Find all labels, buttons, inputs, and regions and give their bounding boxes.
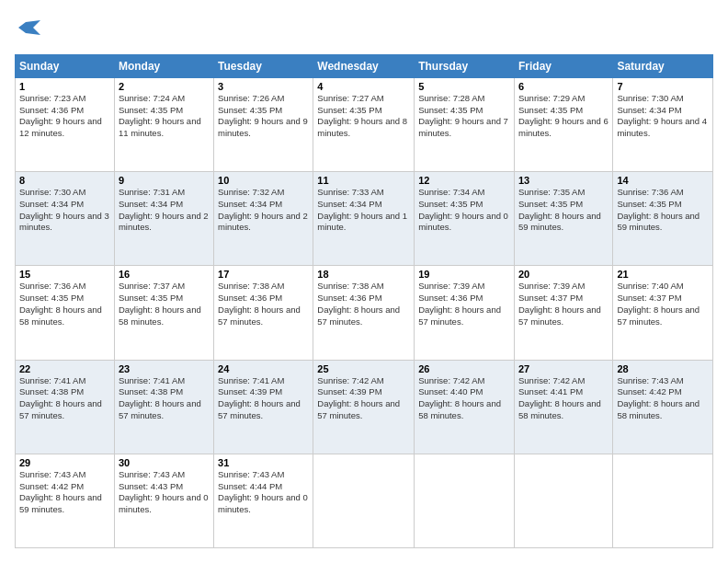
- calendar-cell: 15 Sunrise: 7:36 AM Sunset: 4:35 PM Dayl…: [16, 266, 115, 360]
- day-info: Sunrise: 7:35 AM Sunset: 4:35 PM Dayligh…: [518, 187, 609, 234]
- day-of-week-thursday: Thursday: [415, 54, 515, 77]
- calendar-cell: 30 Sunrise: 7:43 AM Sunset: 4:43 PM Dayl…: [114, 454, 213, 547]
- calendar-cell: 25 Sunrise: 7:42 AM Sunset: 4:39 PM Dayl…: [313, 360, 415, 454]
- calendar-cell: 14 Sunrise: 7:36 AM Sunset: 4:35 PM Dayl…: [613, 172, 713, 266]
- day-number: 7: [617, 81, 709, 92]
- calendar-cell: 1 Sunrise: 7:23 AM Sunset: 4:36 PM Dayli…: [16, 77, 115, 171]
- calendar-cell: 31 Sunrise: 7:43 AM Sunset: 4:44 PM Dayl…: [214, 454, 313, 547]
- day-info: Sunrise: 7:41 AM Sunset: 4:38 PM Dayligh…: [119, 375, 210, 422]
- calendar-cell: 20 Sunrise: 7:39 AM Sunset: 4:37 PM Dayl…: [514, 266, 612, 360]
- day-number: 20: [518, 269, 609, 280]
- calendar-cell: 24 Sunrise: 7:41 AM Sunset: 4:39 PM Dayl…: [214, 360, 313, 454]
- calendar-cell: [415, 454, 515, 547]
- calendar-cell: 10 Sunrise: 7:32 AM Sunset: 4:34 PM Dayl…: [214, 172, 313, 266]
- calendar-cell: 17 Sunrise: 7:38 AM Sunset: 4:36 PM Dayl…: [214, 266, 313, 360]
- day-info: Sunrise: 7:28 AM Sunset: 4:35 PM Dayligh…: [418, 93, 510, 140]
- day-number: 23: [119, 363, 210, 374]
- day-number: 15: [19, 269, 110, 280]
- day-number: 14: [617, 175, 709, 186]
- day-info: Sunrise: 7:41 AM Sunset: 4:39 PM Dayligh…: [218, 375, 309, 422]
- day-number: 3: [218, 81, 309, 92]
- day-info: Sunrise: 7:38 AM Sunset: 4:36 PM Dayligh…: [317, 281, 410, 327]
- day-info: Sunrise: 7:42 AM Sunset: 4:40 PM Dayligh…: [418, 375, 510, 422]
- day-number: 11: [317, 175, 410, 186]
- day-number: 27: [518, 363, 609, 374]
- day-number: 22: [19, 363, 110, 374]
- day-info: Sunrise: 7:34 AM Sunset: 4:35 PM Dayligh…: [418, 187, 510, 234]
- calendar-cell: 6 Sunrise: 7:29 AM Sunset: 4:35 PM Dayli…: [514, 77, 612, 171]
- day-info: Sunrise: 7:37 AM Sunset: 4:35 PM Dayligh…: [119, 281, 210, 327]
- day-info: Sunrise: 7:43 AM Sunset: 4:42 PM Dayligh…: [617, 375, 709, 422]
- calendar-cell: 29 Sunrise: 7:43 AM Sunset: 4:42 PM Dayl…: [16, 454, 115, 547]
- day-info: Sunrise: 7:29 AM Sunset: 4:35 PM Dayligh…: [518, 93, 609, 140]
- calendar-cell: 27 Sunrise: 7:42 AM Sunset: 4:41 PM Dayl…: [514, 360, 612, 454]
- calendar-cell: [514, 454, 612, 547]
- day-info: Sunrise: 7:26 AM Sunset: 4:35 PM Dayligh…: [218, 93, 309, 140]
- day-of-week-friday: Friday: [514, 54, 612, 77]
- calendar-week-row: 29 Sunrise: 7:43 AM Sunset: 4:42 PM Dayl…: [16, 454, 713, 547]
- day-info: Sunrise: 7:24 AM Sunset: 4:35 PM Dayligh…: [119, 93, 210, 140]
- day-number: 30: [119, 457, 210, 468]
- day-number: 1: [19, 81, 110, 92]
- calendar-cell: 11 Sunrise: 7:33 AM Sunset: 4:34 PM Dayl…: [313, 172, 415, 266]
- day-info: Sunrise: 7:38 AM Sunset: 4:36 PM Dayligh…: [218, 281, 309, 327]
- calendar-cell: 22 Sunrise: 7:41 AM Sunset: 4:38 PM Dayl…: [16, 360, 115, 454]
- calendar-cell: 7 Sunrise: 7:30 AM Sunset: 4:34 PM Dayli…: [613, 77, 713, 171]
- calendar-cell: 5 Sunrise: 7:28 AM Sunset: 4:35 PM Dayli…: [415, 77, 515, 171]
- day-number: 25: [317, 363, 410, 374]
- calendar-cell: 3 Sunrise: 7:26 AM Sunset: 4:35 PM Dayli…: [214, 77, 313, 171]
- calendar-cell: [313, 454, 415, 547]
- day-info: Sunrise: 7:39 AM Sunset: 4:36 PM Dayligh…: [418, 281, 510, 327]
- day-number: 5: [418, 81, 510, 92]
- calendar-cell: 8 Sunrise: 7:30 AM Sunset: 4:34 PM Dayli…: [16, 172, 115, 266]
- day-info: Sunrise: 7:36 AM Sunset: 4:35 PM Dayligh…: [617, 187, 709, 234]
- calendar-cell: 19 Sunrise: 7:39 AM Sunset: 4:36 PM Dayl…: [415, 266, 515, 360]
- day-info: Sunrise: 7:23 AM Sunset: 4:36 PM Dayligh…: [19, 93, 110, 140]
- calendar-week-row: 1 Sunrise: 7:23 AM Sunset: 4:36 PM Dayli…: [16, 77, 713, 171]
- calendar-table: SundayMondayTuesdayWednesdayThursdayFrid…: [15, 54, 713, 548]
- calendar-cell: 28 Sunrise: 7:43 AM Sunset: 4:42 PM Dayl…: [613, 360, 713, 454]
- day-of-week-sunday: Sunday: [16, 54, 115, 77]
- day-info: Sunrise: 7:31 AM Sunset: 4:34 PM Dayligh…: [119, 187, 210, 234]
- calendar-cell: 13 Sunrise: 7:35 AM Sunset: 4:35 PM Dayl…: [514, 172, 612, 266]
- calendar-cell: [613, 454, 713, 547]
- logo-bird-icon: [17, 15, 42, 40]
- day-number: 6: [518, 81, 609, 92]
- calendar-week-row: 8 Sunrise: 7:30 AM Sunset: 4:34 PM Dayli…: [16, 172, 713, 266]
- day-info: Sunrise: 7:43 AM Sunset: 4:44 PM Dayligh…: [218, 469, 309, 516]
- day-number: 9: [119, 175, 210, 186]
- page-header: [15, 15, 713, 45]
- day-info: Sunrise: 7:41 AM Sunset: 4:38 PM Dayligh…: [19, 375, 110, 422]
- day-info: Sunrise: 7:40 AM Sunset: 4:37 PM Dayligh…: [617, 281, 709, 327]
- day-number: 28: [617, 363, 709, 374]
- day-of-week-monday: Monday: [114, 54, 213, 77]
- day-info: Sunrise: 7:43 AM Sunset: 4:42 PM Dayligh…: [19, 469, 110, 516]
- calendar-cell: 9 Sunrise: 7:31 AM Sunset: 4:34 PM Dayli…: [114, 172, 213, 266]
- day-of-week-wednesday: Wednesday: [313, 54, 415, 77]
- calendar-header-row: SundayMondayTuesdayWednesdayThursdayFrid…: [16, 54, 713, 77]
- calendar-week-row: 22 Sunrise: 7:41 AM Sunset: 4:38 PM Dayl…: [16, 360, 713, 454]
- day-of-week-saturday: Saturday: [613, 54, 713, 77]
- day-number: 12: [418, 175, 510, 186]
- day-number: 24: [218, 363, 309, 374]
- day-info: Sunrise: 7:42 AM Sunset: 4:39 PM Dayligh…: [317, 375, 410, 422]
- day-number: 18: [317, 269, 410, 280]
- day-info: Sunrise: 7:42 AM Sunset: 4:41 PM Dayligh…: [518, 375, 609, 422]
- day-number: 21: [617, 269, 709, 280]
- calendar-cell: 21 Sunrise: 7:40 AM Sunset: 4:37 PM Dayl…: [613, 266, 713, 360]
- calendar-cell: 16 Sunrise: 7:37 AM Sunset: 4:35 PM Dayl…: [114, 266, 213, 360]
- day-info: Sunrise: 7:43 AM Sunset: 4:43 PM Dayligh…: [119, 469, 210, 516]
- calendar-cell: 23 Sunrise: 7:41 AM Sunset: 4:38 PM Dayl…: [114, 360, 213, 454]
- day-info: Sunrise: 7:39 AM Sunset: 4:37 PM Dayligh…: [518, 281, 609, 327]
- day-info: Sunrise: 7:36 AM Sunset: 4:35 PM Dayligh…: [19, 281, 110, 327]
- day-number: 16: [119, 269, 210, 280]
- day-of-week-tuesday: Tuesday: [214, 54, 313, 77]
- day-number: 19: [418, 269, 510, 280]
- svg-marker-0: [18, 20, 40, 35]
- day-number: 4: [317, 81, 410, 92]
- logo: [15, 15, 42, 45]
- day-info: Sunrise: 7:30 AM Sunset: 4:34 PM Dayligh…: [617, 93, 709, 140]
- calendar-cell: 4 Sunrise: 7:27 AM Sunset: 4:35 PM Dayli…: [313, 77, 415, 171]
- calendar-cell: 18 Sunrise: 7:38 AM Sunset: 4:36 PM Dayl…: [313, 266, 415, 360]
- day-info: Sunrise: 7:27 AM Sunset: 4:35 PM Dayligh…: [317, 93, 410, 140]
